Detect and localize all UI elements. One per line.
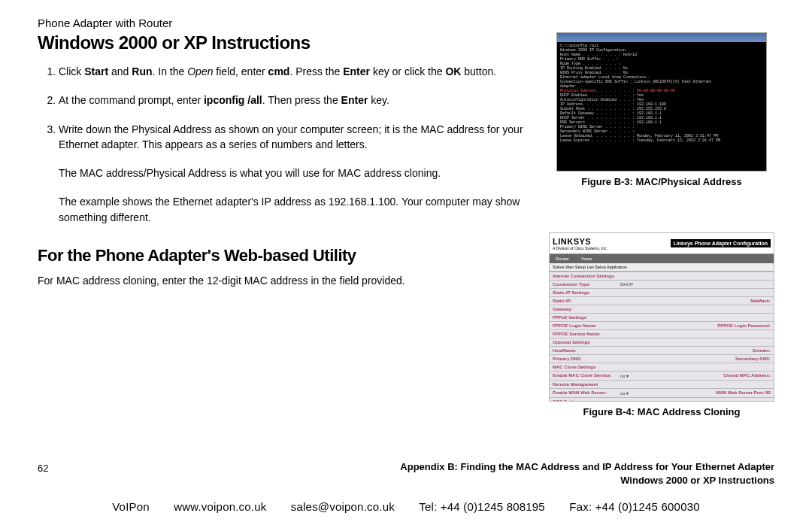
config-row: Static IP Settings: [550, 288, 774, 296]
config-row: Enable WAN Web Server:no ▾WAN Web Server…: [550, 388, 774, 397]
mac-note: The MAC address/Physical Address is what…: [59, 165, 535, 181]
product-line: Phone Adapter with Router: [38, 17, 774, 29]
config-row: Connection Type:DHCP: [550, 280, 774, 288]
step-1: Click Start and Run. In the Open field, …: [59, 64, 535, 79]
config-row: HostName:Domain:: [550, 346, 774, 354]
footer-email: sales@voipon.co.uk: [291, 500, 395, 513]
linksys-logo: LINKSYS: [553, 237, 607, 246]
sub-tabs: Status Wan Setup Lan Setup Application: [550, 263, 774, 272]
config-row: QOS Settings: [550, 397, 774, 402]
config-row: Enable MAC Clone Service:no ▾Cloned MAC …: [550, 371, 774, 380]
config-row: Remote Management: [550, 380, 774, 388]
config-row: Internet Connection Settings: [550, 272, 774, 280]
footer-company: VoIPon: [112, 500, 150, 513]
config-row: PPPOE Login Name:PPPOE Login Password:: [550, 321, 774, 329]
step-2: At the command prompt, enter ipconfig /a…: [59, 93, 535, 108]
config-row: PPPoE Settings: [550, 313, 774, 321]
instruction-list: Click Start and Run. In the Open field, …: [38, 64, 535, 152]
config-row: PPPOE Service Name:: [550, 329, 774, 338]
linksys-header: LINKSYS A Division of Cisco Systems, Inc…: [550, 233, 774, 254]
figure-b4-caption: Figure B-4: MAC Address Cloning: [549, 406, 774, 417]
command-prompt-screenshot: C:\>ipconfig /all Windows 2000 IP Config…: [556, 32, 767, 171]
page-number: 62: [38, 463, 48, 474]
main-tabs: Router Voice: [550, 254, 774, 263]
linksys-config-screenshot: LINKSYS A Division of Cisco Systems, Inc…: [549, 232, 774, 402]
mac-cloning-instruction: For MAC address cloning, enter the 12-di…: [38, 273, 535, 288]
example-note: The example shows the Ethernet adapter's…: [59, 194, 535, 225]
footer-website: www.voipon.co.uk: [174, 500, 266, 513]
tab-voice: Voice: [575, 256, 598, 261]
window-titlebar: [557, 33, 766, 42]
config-row: Gateway:: [550, 305, 774, 313]
page-footer: VoIPon www.voipon.co.uk sales@voipon.co.…: [0, 500, 812, 513]
config-row: Optional Settings: [550, 338, 774, 346]
config-row: MAC Clone Settings: [550, 363, 774, 371]
tab-router: Router: [550, 256, 575, 261]
config-title: Linksys Phone Adapter Configuration: [671, 239, 771, 247]
footer-tel: Tel: +44 (0)1245 808195: [419, 500, 545, 513]
heading-windows-instructions: Windows 2000 or XP Instructions: [38, 32, 535, 53]
footer-fax: Fax: +44 (0)1245 600030: [569, 500, 699, 513]
config-row: Static IP:NetMask:: [550, 296, 774, 305]
step-3: Write down the Physical Address as shown…: [59, 122, 535, 153]
appendix-reference: Appendix B: Finding the MAC Address and …: [400, 460, 774, 487]
figure-b3-caption: Figure B-3: MAC/Physical Address: [549, 176, 774, 187]
config-row: Primary DNS:Secondary DNS:: [550, 354, 774, 363]
heading-web-utility: For the Phone Adapter's Web-based Utilit…: [38, 246, 535, 266]
